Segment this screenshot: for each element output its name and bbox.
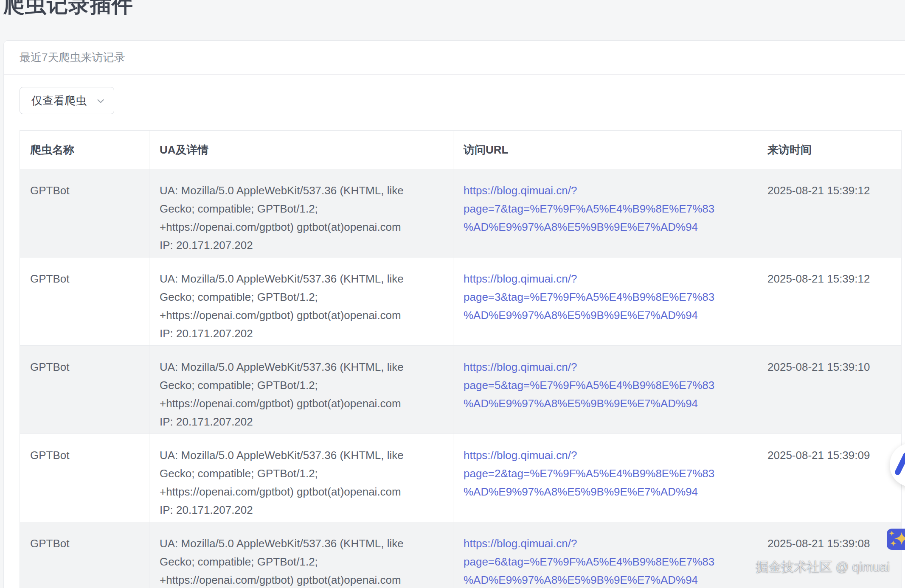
column-header-visited-url: 访问URL [453, 131, 757, 169]
url-line: https://blog.qimuai.cn/? [464, 446, 747, 465]
visited-url-link[interactable]: https://blog.qimuai.cn/? page=7&tag=%E7%… [464, 182, 747, 236]
watermark: 掘金技术社区 @ qimuai [756, 558, 890, 576]
ua-line: UA: Mozilla/5.0 AppleWebKit/537.36 (KHTM… [160, 446, 443, 465]
visit-time: 2025-08-21 15:39:10 [757, 346, 902, 434]
ua-line: UA: Mozilla/5.0 AppleWebKit/537.36 (KHTM… [160, 358, 443, 376]
crawler-filter-selected-value: 仅查看爬虫 [20, 93, 87, 108]
url-line: %AD%E9%97%A8%E5%9B%9E%E7%AD%94 [464, 571, 747, 588]
url-line: page=5&tag=%E7%9F%A5%E4%B9%8E%E7%83 [464, 376, 747, 395]
visited-url-link[interactable]: https://blog.qimuai.cn/? page=3&tag=%E7%… [464, 270, 747, 325]
crawler-name: GPTBot [20, 434, 149, 522]
ua-line: Gecko; compatible; GPTBot/1.2; [160, 553, 443, 571]
crawler-filter-select[interactable]: 仅查看爬虫 [20, 87, 114, 114]
visited-url-cell: https://blog.qimuai.cn/? page=3&tag=%E7%… [453, 258, 757, 346]
page-title: 爬虫记录插件 [3, 0, 133, 15]
crawler-name: GPTBot [20, 522, 149, 588]
crawler-records-table: 爬虫名称 UA及详情 访问URL 来访时间 GPTBot UA: Mozilla… [20, 130, 902, 588]
table-header-row: 爬虫名称 UA及详情 访问URL 来访时间 [20, 131, 902, 169]
ua-line: Gecko; compatible; GPTBot/1.2; [160, 376, 443, 395]
visited-url-link[interactable]: https://blog.qimuai.cn/? page=6&tag=%E7%… [464, 535, 747, 588]
ua-line: +https://openai.com/gptbot) gptbot(at)op… [160, 483, 443, 501]
visited-url-link[interactable]: https://blog.qimuai.cn/? page=2&tag=%E7%… [464, 446, 747, 501]
table-row: GPTBot UA: Mozilla/5.0 AppleWebKit/537.3… [20, 346, 902, 434]
table-row: GPTBot UA: Mozilla/5.0 AppleWebKit/537.3… [20, 258, 902, 346]
crawler-name: GPTBot [20, 346, 149, 434]
ua-line: +https://openai.com/gptbot) gptbot(at)op… [160, 218, 443, 236]
card-body: 仅查看爬虫 爬虫名称 UA及详情 访问URL 来访时间 [4, 75, 905, 588]
url-line: page=2&tag=%E7%9F%A5%E4%B9%8E%E7%83 [464, 465, 747, 483]
url-line: https://blog.qimuai.cn/? [464, 535, 747, 553]
ua-line: UA: Mozilla/5.0 AppleWebKit/537.36 (KHTM… [160, 182, 443, 200]
visited-url-cell: https://blog.qimuai.cn/? page=2&tag=%E7%… [453, 434, 757, 522]
ua-details: UA: Mozilla/5.0 AppleWebKit/537.36 (KHTM… [149, 346, 453, 434]
ip-address: IP: 20.171.207.202 [160, 413, 443, 431]
url-line: https://blog.qimuai.cn/? [464, 358, 747, 376]
ip-address: IP: 20.171.207.202 [160, 325, 443, 343]
ua-details: UA: Mozilla/5.0 AppleWebKit/537.36 (KHTM… [149, 258, 453, 346]
ip-address: IP: 20.171.207.202 [160, 501, 443, 519]
visited-url-cell: https://blog.qimuai.cn/? page=7&tag=%E7%… [453, 169, 757, 258]
ua-details: UA: Mozilla/5.0 AppleWebKit/537.36 (KHTM… [149, 522, 453, 588]
url-line: https://blog.qimuai.cn/? [464, 270, 747, 288]
url-line: %AD%E9%97%A8%E5%9B%9E%E7%AD%94 [464, 306, 747, 325]
crawler-name: GPTBot [20, 169, 149, 258]
ua-details: UA: Mozilla/5.0 AppleWebKit/537.36 (KHTM… [149, 169, 453, 258]
url-line: page=7&tag=%E7%9F%A5%E4%B9%8E%E7%83 [464, 200, 747, 218]
url-line: https://blog.qimuai.cn/? [464, 182, 747, 200]
url-line: page=6&tag=%E7%9F%A5%E4%B9%8E%E7%83 [464, 553, 747, 571]
url-line: %AD%E9%97%A8%E5%9B%9E%E7%AD%94 [464, 395, 747, 413]
ai-assistant-button[interactable] [887, 529, 905, 550]
crawler-records-card: 最近7天爬虫来访记录 仅查看爬虫 爬虫名称 UA及详情 访问URL 来访时间 [3, 40, 905, 588]
sparkles-icon [888, 529, 905, 549]
url-line: %AD%E9%97%A8%E5%9B%9E%E7%AD%94 [464, 483, 747, 501]
column-header-ua-details: UA及详情 [149, 131, 453, 169]
table-row: GPTBot UA: Mozilla/5.0 AppleWebKit/537.3… [20, 434, 902, 522]
visit-time: 2025-08-21 15:39:09 [757, 434, 902, 522]
ua-line: +https://openai.com/gptbot) gptbot(at)op… [160, 571, 443, 588]
visited-url-cell: https://blog.qimuai.cn/? page=6&tag=%E7%… [453, 522, 757, 588]
visit-time: 2025-08-21 15:39:12 [757, 258, 902, 346]
visit-time: 2025-08-21 15:39:08 [757, 522, 902, 588]
ip-address: IP: 20.171.207.202 [160, 236, 443, 255]
column-header-visit-time: 来访时间 [757, 131, 902, 169]
column-header-crawler-name: 爬虫名称 [20, 131, 149, 169]
table-row: GPTBot UA: Mozilla/5.0 AppleWebKit/537.3… [20, 522, 902, 588]
visited-url-link[interactable]: https://blog.qimuai.cn/? page=5&tag=%E7%… [464, 358, 747, 413]
ua-details: UA: Mozilla/5.0 AppleWebKit/537.36 (KHTM… [149, 434, 453, 522]
ua-line: Gecko; compatible; GPTBot/1.2; [160, 288, 443, 306]
table-row: GPTBot UA: Mozilla/5.0 AppleWebKit/537.3… [20, 169, 902, 258]
visit-time: 2025-08-21 15:39:12 [757, 169, 902, 258]
ua-line: +https://openai.com/gptbot) gptbot(at)op… [160, 306, 443, 325]
ua-line: +https://openai.com/gptbot) gptbot(at)op… [160, 395, 443, 413]
ua-line: Gecko; compatible; GPTBot/1.2; [160, 465, 443, 483]
card-header-title: 最近7天爬虫来访记录 [20, 50, 125, 65]
url-line: %AD%E9%97%A8%E5%9B%9E%E7%AD%94 [464, 218, 747, 236]
ua-line: Gecko; compatible; GPTBot/1.2; [160, 200, 443, 218]
ua-line: UA: Mozilla/5.0 AppleWebKit/537.36 (KHTM… [160, 270, 443, 288]
visited-url-cell: https://blog.qimuai.cn/? page=5&tag=%E7%… [453, 346, 757, 434]
crawler-name: GPTBot [20, 258, 149, 346]
url-line: page=3&tag=%E7%9F%A5%E4%B9%8E%E7%83 [464, 288, 747, 306]
ua-line: UA: Mozilla/5.0 AppleWebKit/537.36 (KHTM… [160, 535, 443, 553]
card-header: 最近7天爬虫来访记录 [4, 41, 905, 75]
chevron-down-icon [96, 96, 105, 106]
pen-stroke-icon [894, 451, 905, 476]
